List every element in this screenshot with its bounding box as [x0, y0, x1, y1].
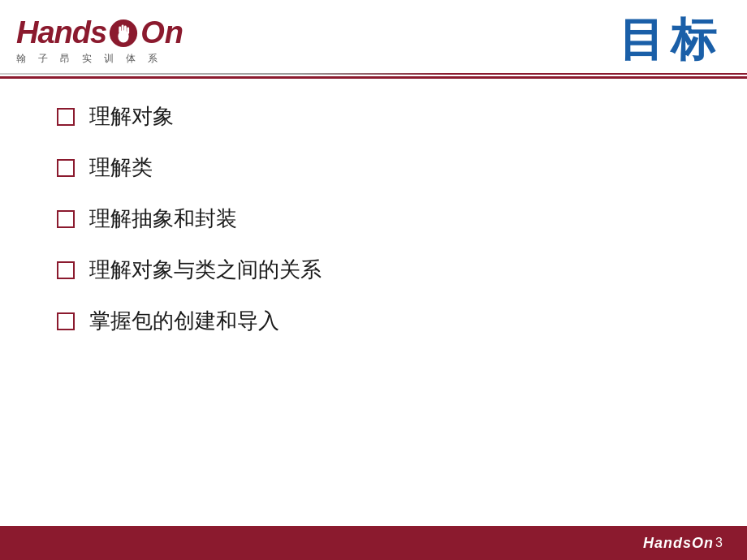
- logo-text: Hands On: [16, 15, 184, 50]
- logo-hand-icon: [108, 18, 139, 49]
- logo-hands: Hands: [16, 15, 106, 50]
- logo-on: On: [140, 15, 184, 50]
- svg-rect-2: [119, 26, 121, 33]
- checkbox-icon[interactable]: [57, 261, 75, 279]
- checklist-item: 理解抽象和封装: [57, 205, 698, 233]
- item-text: 掌握包的创建和导入: [89, 307, 279, 335]
- item-text: 理解对象与类之间的关系: [89, 256, 322, 284]
- svg-rect-5: [127, 27, 129, 34]
- header-divider: [0, 73, 747, 78]
- footer-page-number: 3: [715, 536, 723, 550]
- header: Hands On 翰 子 昂 实 训 体 系 目标: [0, 0, 747, 73]
- checkbox-icon[interactable]: [57, 108, 75, 126]
- logo-subtitle: 翰 子 昂 实 训 体 系: [16, 52, 162, 66]
- divider-bottom: [0, 76, 747, 79]
- svg-rect-4: [124, 25, 127, 33]
- page-title: 目标: [619, 10, 723, 71]
- checklist-item: 理解对象: [57, 102, 698, 131]
- svg-rect-3: [122, 24, 124, 32]
- main-content: 理解对象理解类理解抽象和封装理解对象与类之间的关系掌握包的创建和导入: [0, 78, 747, 374]
- checklist-item: 掌握包的创建和导入: [57, 307, 698, 335]
- checkbox-icon[interactable]: [57, 210, 75, 228]
- checkbox-icon[interactable]: [57, 159, 75, 177]
- checklist-item: 理解对象与类之间的关系: [57, 256, 698, 284]
- item-text: 理解抽象和封装: [89, 205, 237, 233]
- checkbox-icon[interactable]: [57, 312, 75, 330]
- item-text: 理解类: [89, 153, 153, 182]
- footer-brand: HandsOn: [643, 535, 714, 552]
- item-text: 理解对象: [89, 102, 174, 131]
- checklist-item: 理解类: [57, 153, 698, 182]
- footer: HandsOn 3: [0, 526, 747, 560]
- logo-area: Hands On 翰 子 昂 实 训 体 系: [16, 15, 184, 66]
- divider-top: [0, 73, 747, 75]
